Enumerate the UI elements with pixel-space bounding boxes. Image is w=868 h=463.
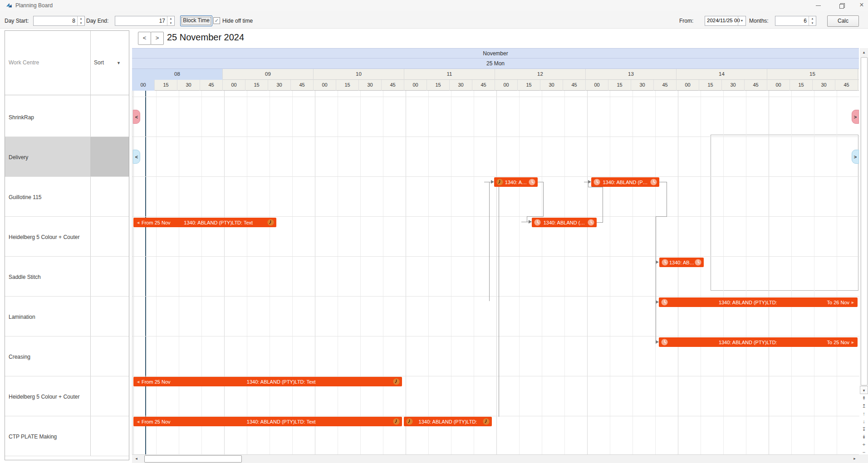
- clock-dark-icon: [496, 179, 503, 185]
- close-button[interactable]: ×: [854, 0, 868, 11]
- scroll-right-tab-shrinkrap[interactable]: >: [852, 110, 859, 124]
- task-label: 1340: A…: [504, 180, 528, 185]
- months-input[interactable]: 6 ▲▼: [775, 16, 816, 26]
- from-date-combobox[interactable]: 2024/11/25 00 ▼: [705, 16, 746, 26]
- day-start-input[interactable]: 8 ▲▼: [33, 16, 85, 26]
- task-1340-d[interactable]: 1340: ABLAND (…: [532, 218, 597, 227]
- scroll-left-tab-delivery[interactable]: <: [133, 150, 140, 164]
- grid-vline: [519, 91, 520, 454]
- work-centre-row-label: Creasing: [9, 354, 30, 360]
- task-1340-g[interactable]: 1340: ABLAND (PTY)LTD:To 25 Nov►: [659, 337, 858, 347]
- calc-button[interactable]: Calc: [827, 15, 859, 27]
- minute-header-cell: 15: [427, 80, 450, 91]
- minute-header-cell: 15: [608, 80, 631, 91]
- task-1340-b[interactable]: 1340: ABLAND (P…: [591, 177, 659, 187]
- minimize-button[interactable]: [810, 0, 826, 11]
- months-value: 6: [804, 18, 807, 24]
- task-1340-f[interactable]: 1340: ABLAND (PTY)LTD:To 26 Nov►: [659, 297, 858, 307]
- constraint-left-arrow-icon: ◄: [136, 220, 140, 225]
- work-centre-row-0[interactable]: ShrinkRap: [5, 97, 129, 137]
- dependency-arrow-icon: [656, 260, 659, 264]
- sort-column-header[interactable]: Sort: [94, 59, 104, 66]
- work-centre-row-7[interactable]: Heidelberg 5 Colour + Couter: [5, 376, 129, 416]
- grid-hline: [132, 336, 859, 336]
- dependency-connector-line: [537, 182, 544, 182]
- day-start-spinner[interactable]: ▲▼: [77, 16, 84, 25]
- day-end-input[interactable]: 17 ▲▼: [115, 16, 175, 26]
- chevron-down-icon[interactable]: ▼: [738, 16, 745, 25]
- prev-day-button[interactable]: <: [138, 32, 151, 45]
- task-label: 1340: ABLAND (…: [542, 220, 587, 225]
- constraint-left-arrow-icon: ◄: [136, 419, 140, 424]
- grid-hline: [132, 376, 859, 376]
- next-day-button[interactable]: >: [151, 32, 164, 45]
- work-centre-header: Work Centre Sort ▼: [5, 31, 129, 95]
- task-1340-e[interactable]: 1340: AB…: [659, 258, 704, 267]
- clock-dark-icon: [393, 418, 400, 425]
- expand-all-up-button[interactable]: ↟: [860, 395, 868, 402]
- task-1340-j[interactable]: 1340: ABLAND (PTY)LTD:: [404, 417, 492, 426]
- task-1340-a[interactable]: 1340: A…: [494, 177, 538, 187]
- minute-header-cell: 00: [223, 80, 245, 91]
- dependency-connector-line: [667, 182, 667, 217]
- task-from-date: From 25 Nov: [142, 379, 171, 385]
- scroll-up-button[interactable]: ▴: [860, 48, 868, 56]
- constraint-right-arrow-icon: ►: [851, 300, 855, 305]
- minute-header-cell: 30: [359, 80, 382, 91]
- scroll-left-tab-shrinkrap[interactable]: <: [133, 110, 140, 124]
- months-spinner[interactable]: ▲▼: [809, 16, 816, 25]
- restore-icon: [839, 3, 844, 8]
- work-centre-row-1[interactable]: Delivery: [5, 137, 129, 177]
- horizontal-scrollbar-thumb[interactable]: [144, 455, 242, 463]
- task-1340-c[interactable]: ◄From 25 Nov1340: ABLAND (PTY)LTD: Text: [133, 218, 276, 227]
- task-1340-i[interactable]: ◄From 25 Nov1340: ABLAND (PTY)LTD: Text: [133, 417, 402, 426]
- day-end-label: Day End:: [86, 18, 108, 24]
- zoom-out-button[interactable]: −: [860, 449, 868, 456]
- clock-light-icon: [650, 179, 657, 185]
- clock-dark-icon: [393, 378, 400, 385]
- grid-vline: [474, 91, 474, 454]
- day-end-spinner[interactable]: ▲▼: [167, 16, 174, 25]
- minute-header-cell: 45: [745, 80, 767, 91]
- scroll-right-tab-delivery[interactable]: >: [852, 150, 859, 164]
- minute-header-cell: 45: [835, 80, 858, 91]
- work-centre-row-6[interactable]: Creasing: [5, 336, 129, 376]
- vertical-scrollbar-thumb[interactable]: [861, 57, 868, 385]
- grid-vline: [814, 91, 814, 454]
- scroll-down-button[interactable]: ▾: [860, 386, 868, 394]
- grid-vline: [496, 91, 497, 454]
- block-time-button[interactable]: Block Time: [180, 15, 212, 26]
- work-centre-row-8[interactable]: CTP PLATE Making: [5, 416, 129, 456]
- minute-header-cell: 15: [518, 80, 540, 91]
- restore-button[interactable]: [834, 0, 849, 11]
- work-centre-row-5[interactable]: Lamination: [5, 297, 129, 336]
- scroll-left-button[interactable]: ◂: [133, 456, 140, 462]
- task-label: 1340: ABLAND (PTY)LTD: Text: [171, 220, 267, 225]
- task-label: 1340: ABLAND (PTY)LTD: Text: [171, 419, 392, 424]
- hide-off-time-checkbox[interactable]: ✓: [213, 17, 220, 24]
- grid-vline: [156, 91, 157, 454]
- row-down-button[interactable]: ↓: [860, 418, 868, 425]
- task-label: 1340: ABLAND (PTY)LTD:: [669, 340, 827, 345]
- expand-up-button[interactable]: ↥: [860, 403, 868, 410]
- grid-hline: [132, 176, 859, 177]
- scroll-right-button[interactable]: ▸: [851, 456, 858, 462]
- expand-down-button[interactable]: ↧: [860, 426, 868, 433]
- work-centre-row-4[interactable]: Saddle Stitch: [5, 257, 129, 297]
- row-up-button[interactable]: ↑: [860, 410, 868, 418]
- clock-light-icon: [534, 219, 541, 226]
- work-centre-row-3[interactable]: Heidelberg 5 Colour + Couter: [5, 217, 129, 257]
- grid-vline: [133, 91, 134, 454]
- work-centre-rows: ShrinkRapDeliveryGuillotine 115Heidelber…: [5, 97, 129, 456]
- work-centre-row-2[interactable]: Guillotine 115: [5, 177, 129, 217]
- minute-header-cell: 45: [291, 80, 314, 91]
- task-1340-h[interactable]: ◄From 25 Nov1340: ABLAND (PTY)LTD: Text: [133, 377, 402, 386]
- dependency-connector-line: [597, 222, 603, 223]
- zoom-in-button[interactable]: +: [860, 441, 868, 448]
- task-from-date: From 25 Nov: [142, 419, 171, 424]
- sort-dropdown-icon[interactable]: ▼: [117, 61, 121, 65]
- expand-all-down-button[interactable]: ↡: [860, 434, 868, 441]
- grid-hline: [132, 136, 859, 137]
- hour-header-13: 13: [586, 69, 677, 80]
- minute-header-cell: 00: [404, 80, 427, 91]
